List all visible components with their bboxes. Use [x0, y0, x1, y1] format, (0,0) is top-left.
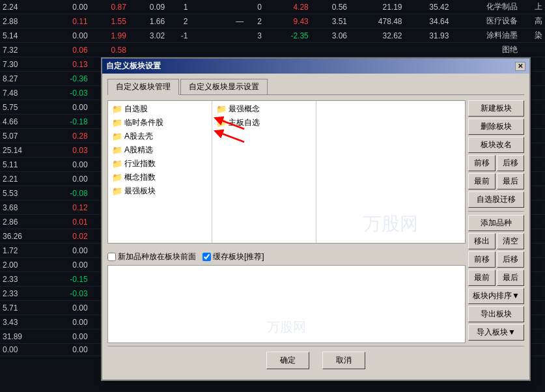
- folder-item-f1[interactable]: 📁自选股: [109, 102, 210, 116]
- right-folder-item-rf2[interactable]: 📁主板自选: [214, 116, 314, 130]
- folder-icon: 📁: [112, 118, 122, 128]
- content-first-last-group: 最前 最后: [468, 270, 524, 286]
- panel-watermark-2: 万股网: [267, 318, 306, 336]
- prev-button[interactable]: 前移: [468, 155, 496, 171]
- last-button[interactable]: 最后: [497, 173, 524, 189]
- content-first-button[interactable]: 最前: [468, 270, 496, 286]
- folder-icon: 📁: [112, 132, 122, 141]
- folder-icon: 📁: [112, 159, 122, 169]
- folder-label: 临时条件股: [124, 117, 163, 128]
- folder-icon: 📁: [112, 186, 122, 196]
- tab-bar: 自定义板块管理 自定义板块显示设置: [107, 79, 524, 95]
- folder-item-f2[interactable]: 📁临时条件股: [109, 116, 210, 130]
- content-next-button[interactable]: 后移: [497, 251, 524, 268]
- checkbox-item-1: 新加品种放在板块前面: [107, 251, 196, 262]
- tab-block-display[interactable]: 自定义板块显示设置: [180, 79, 268, 94]
- moveout-clear-group: 移出 清空: [468, 233, 524, 249]
- checkbox-cache-label: 缓存板块[推荐]: [213, 251, 264, 262]
- content-last-button[interactable]: 最后: [497, 270, 524, 286]
- checkbox-front[interactable]: [107, 253, 116, 261]
- clear-button[interactable]: 清空: [497, 233, 524, 249]
- content-prev-button[interactable]: 前移: [468, 251, 496, 268]
- folder-label: 主板自选: [229, 117, 260, 128]
- next-button[interactable]: 后移: [497, 155, 524, 171]
- folder-item-f6[interactable]: 📁概念指数: [109, 171, 210, 184]
- checkbox-item-2: 缓存板块[推荐]: [203, 251, 264, 262]
- prev-next-group: 前移 后移: [468, 155, 524, 171]
- folder-label: 最强板块: [124, 186, 156, 197]
- custom-block-dialog: 自定义板块设置 ✕ 自定义板块管理 自定义板块显示设置 📁自选股📁临时条件股📁A…: [101, 57, 531, 381]
- first-button[interactable]: 最前: [468, 173, 496, 189]
- folder-item-f3[interactable]: 📁A股去壳: [109, 130, 210, 143]
- moveout-button[interactable]: 移出: [468, 233, 496, 249]
- add-stock-button[interactable]: 添加品种: [468, 215, 524, 231]
- stock-list-area: 万股网: [108, 266, 465, 343]
- checkbox-cache[interactable]: [203, 253, 211, 261]
- folder-label: A股精选: [124, 145, 153, 156]
- folder-item-f4[interactable]: 📁A股精选: [109, 143, 210, 157]
- delete-block-button[interactable]: 删除板块: [468, 119, 524, 135]
- dialog-footer: 确定 取消: [107, 346, 524, 374]
- folder-label: 自选股: [124, 104, 148, 115]
- dialog-titlebar: 自定义板块设置 ✕: [102, 59, 529, 74]
- checkbox-front-label: 新加品种放在板块前面: [118, 251, 196, 262]
- folder-icon: 📁: [216, 118, 227, 128]
- cancel-button[interactable]: 取消: [322, 352, 365, 369]
- folder-icon: 📁: [112, 173, 122, 182]
- sort-button[interactable]: 板块内排序▼: [468, 288, 524, 304]
- panel-watermark: 万股网: [363, 212, 418, 236]
- folder-label: A股去壳: [124, 131, 153, 142]
- dialog-body: 自定义板块管理 自定义板块显示设置 📁自选股📁临时条件股📁A股去壳📁A股精选📁行…: [102, 74, 529, 380]
- ok-button[interactable]: 确定: [266, 352, 309, 369]
- content-prev-next-group: 前移 后移: [468, 251, 524, 268]
- block-management-buttons: 新建板块 删除板块 板块改名 前移 后移 最前 最后 自选股迁移: [468, 100, 524, 343]
- right-buttons-container: 新建板块 删除板块 板块改名 前移 后移 最前 最后 自选股迁移: [468, 100, 524, 343]
- folder-label: 概念指数: [124, 172, 156, 183]
- dialog-close-button[interactable]: ✕: [515, 62, 525, 71]
- new-block-button[interactable]: 新建板块: [468, 100, 524, 117]
- import-button[interactable]: 导入板块▼: [468, 324, 524, 341]
- left-folder-list: 📁自选股📁临时条件股📁A股去壳📁A股精选📁行业指数📁概念指数📁最强板块: [108, 101, 212, 243]
- folder-item-f7[interactable]: 📁最强板块: [109, 184, 210, 198]
- folder-icon: 📁: [112, 145, 122, 155]
- content-list-area: 万股网: [316, 101, 465, 243]
- folder-label: 最强概念: [229, 104, 260, 115]
- folder-icon: 📁: [216, 104, 227, 114]
- export-button[interactable]: 导出板块: [468, 306, 524, 322]
- rename-block-button[interactable]: 板块改名: [468, 137, 524, 153]
- right-folder-item-rf1[interactable]: 📁最强概念: [214, 102, 314, 116]
- main-layout: 📁自选股📁临时条件股📁A股去壳📁A股精选📁行业指数📁概念指数📁最强板块 📁最强概…: [107, 100, 524, 343]
- right-folder-list: 📁最强概念📁主板自选: [212, 101, 316, 243]
- folder-item-f5[interactable]: 📁行业指数: [109, 157, 210, 171]
- options-row: 新加品种放在板块前面 缓存板块[推荐]: [107, 251, 466, 262]
- folder-icon: 📁: [112, 104, 122, 114]
- tab-block-manage[interactable]: 自定义板块管理: [107, 79, 179, 95]
- dialog-overlay: 自定义板块设置 ✕ 自定义板块管理 自定义板块显示设置 📁自选股📁临时条件股📁A…: [0, 0, 545, 392]
- migrate-button[interactable]: 自选股迁移: [468, 191, 524, 208]
- dialog-title: 自定义板块设置: [106, 61, 161, 72]
- folder-label: 行业指数: [124, 158, 156, 169]
- first-last-group: 最前 最后: [468, 173, 524, 189]
